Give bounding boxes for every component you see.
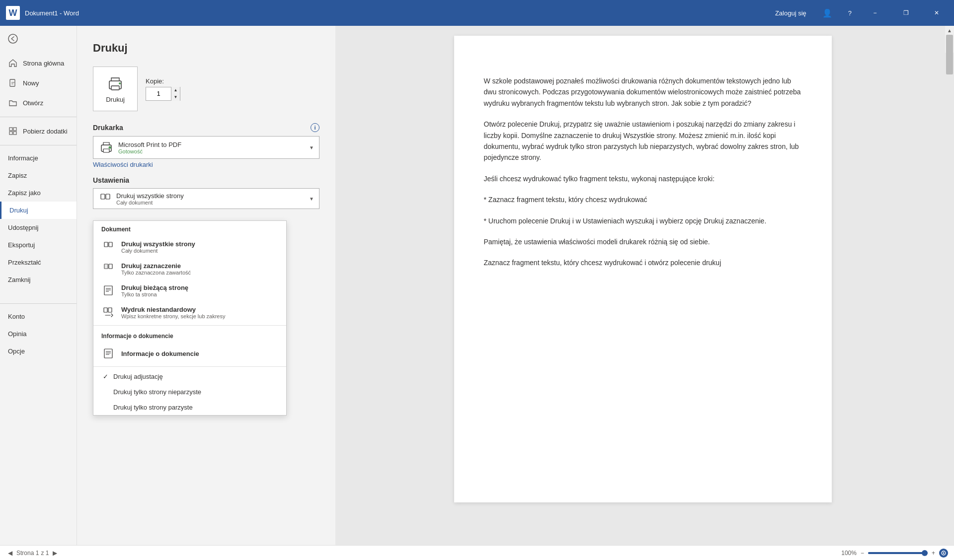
login-button[interactable]: Zaloguj się (771, 7, 810, 19)
back-button[interactable] (0, 26, 77, 53)
svg-point-12 (109, 146, 111, 149)
sidebar-item-informacje[interactable]: Informacje (0, 149, 77, 167)
sidebar-item-opcje[interactable]: Opcje (0, 343, 77, 360)
sidebar: Strona główna Nowy Otwórz (0, 26, 77, 545)
preview-scroll-area[interactable]: W szkole podstawowej poznałeś możliwości… (335, 26, 945, 512)
printer-section-label: Drukarka i (93, 123, 319, 132)
copies-up-arrow[interactable]: ▲ (171, 87, 180, 94)
sidebar-label-opcje: Opcje (8, 348, 25, 355)
dropdown-simple-adjustacje[interactable]: ✓ Drukuj adjustację (93, 369, 286, 384)
doc-paragraph-6: Zaznacz fragment tekstu, który chcesz wy… (484, 257, 802, 268)
sidebar-nav: Strona główna Nowy Otwórz (0, 53, 77, 299)
copies-down-arrow[interactable]: ▼ (171, 94, 180, 101)
printer-properties-link[interactable]: Właściwości drukarki (93, 161, 153, 168)
svg-rect-2 (9, 128, 12, 131)
dropdown-item-icon-custom (101, 305, 115, 319)
sidebar-label-zapisz-jako: Zapisz jako (8, 189, 41, 197)
dropdown-item-info-all: Drukuj wszystkie strony Cały dokument (121, 240, 278, 254)
zoom-slider[interactable] (868, 552, 928, 554)
dropdown-simple-nieparzyste[interactable]: Drukuj tylko strony nieparzyste (93, 384, 286, 400)
scroll-up-arrow[interactable]: ▲ (945, 26, 954, 35)
dropdown-item-drukuj-biezaca[interactable]: Drukuj bieżącą stronę Tylko ta strona (93, 280, 286, 301)
svg-rect-16 (109, 242, 112, 247)
svg-point-9 (119, 83, 120, 84)
dropdown-scrollable: Dokument Drukuj wszystkie strony Cały do… (93, 221, 286, 415)
sidebar-label-drukuj: Drukuj (9, 207, 28, 214)
sidebar-item-zapisz-jako[interactable]: Zapisz jako (0, 184, 77, 202)
grid-icon (8, 126, 18, 136)
dropdown-item-title-sel: Drukuj zaznaczenie (121, 262, 278, 270)
settings-select-sub: Cały dokument (116, 200, 305, 206)
dropdown-item-title-cur: Drukuj bieżącą stronę (121, 284, 278, 291)
sidebar-item-opinia[interactable]: Opinia (0, 325, 77, 343)
sidebar-item-zamknij[interactable]: Zamknij (0, 271, 77, 288)
page-prev-button[interactable]: ◀ (6, 549, 14, 558)
dropdown-item-info-cur: Drukuj bieżącą stronę Tylko ta strona (121, 284, 278, 297)
dropdown-item-drukuj-zaznaczenie[interactable]: Drukuj zaznaczenie Tylko zaznaczona zawa… (93, 258, 286, 280)
bottom-bar: ◀ Strona 1 z 1 ▶ 100% − + (0, 545, 954, 560)
settings-select[interactable]: Drukuj wszystkie strony Cały dokument ▼ (93, 188, 319, 209)
print-button-label: Drukuj (106, 96, 125, 103)
doc-paragraph-4: * Uruchom polecenie Drukuj i w Ustawieni… (484, 215, 802, 226)
copies-input-wrap: ▲ ▼ (146, 87, 180, 101)
sidebar-label-informacje: Informacje (8, 154, 38, 162)
svg-rect-11 (103, 149, 109, 152)
titlebar: W Dokument1 - Word Zaloguj się 👤 ? − ❐ ✕ (0, 0, 954, 26)
svg-rect-19 (109, 264, 112, 269)
printer-select[interactable]: Microsoft Print to PDF Gotowość ▼ (93, 136, 319, 159)
close-button[interactable]: ✕ (925, 5, 948, 21)
info-icon[interactable]: i (311, 123, 319, 132)
svg-rect-15 (104, 242, 108, 247)
sidebar-item-zapisz[interactable]: Zapisz (0, 167, 77, 184)
printer-status: Gotowość (118, 148, 305, 154)
svg-rect-7 (111, 86, 119, 90)
sidebar-item-udostepnij[interactable]: Udostępnij (0, 219, 77, 236)
svg-rect-23 (104, 349, 112, 358)
copies-input[interactable] (146, 90, 171, 97)
help-button[interactable]: ? (844, 7, 856, 19)
zoom-minus-button[interactable]: − (861, 550, 864, 557)
zoom-plus-button[interactable]: + (932, 550, 935, 557)
sidebar-item-strona-glowna[interactable]: Strona główna (0, 53, 77, 73)
dropdown-item-info-doc[interactable]: Informacje o dokumencie (93, 343, 286, 364)
sidebar-item-przeksztalc[interactable]: Przekształć (0, 254, 77, 271)
printer-name: Microsoft Print to PDF (118, 141, 305, 148)
print-panel: Drukuj Drukuj Kopie: (77, 26, 335, 545)
sidebar-divider3 (0, 303, 77, 304)
dropdown-item-icon-cur (101, 283, 115, 297)
page-next-button[interactable]: ▶ (51, 549, 59, 558)
dropdown-label-parzyste: Drukuj tylko strony parzyste (113, 404, 193, 411)
dropdown-simple-parzyste[interactable]: Drukuj tylko strony parzyste (93, 400, 286, 415)
view-mode-button[interactable] (939, 549, 948, 558)
svg-rect-13 (101, 194, 105, 199)
dropdown-item-icon-all (101, 240, 115, 254)
svg-rect-20 (104, 286, 112, 295)
minimize-button[interactable]: − (864, 5, 886, 21)
svg-rect-5 (13, 132, 16, 135)
sidebar-item-konto[interactable]: Konto (0, 308, 77, 325)
sidebar-item-eksportuj[interactable]: Eksportuj (0, 236, 77, 254)
svg-rect-18 (104, 264, 108, 269)
page-number: Strona 1 (16, 550, 39, 557)
svg-rect-3 (13, 128, 16, 131)
printer-info: Microsoft Print to PDF Gotowość (118, 141, 305, 154)
doc-paragraph-1: Otwórz polecenie Drukuj, przypatrz się u… (484, 119, 802, 163)
dropdown-item-title-info-doc: Informacje o dokumencie (121, 350, 278, 357)
dropdown-item-wydruk-niestandardowy[interactable]: Wydruk niestandardowy Wpisz konkretne st… (93, 301, 286, 323)
print-button[interactable]: Drukuj (93, 67, 138, 111)
sidebar-label-zapisz: Zapisz (8, 172, 27, 179)
svg-rect-4 (9, 132, 12, 135)
restore-button[interactable]: ❐ (894, 5, 917, 21)
dropdown-item-drukuj-wszystkie[interactable]: Drukuj wszystkie strony Cały dokument (93, 236, 286, 258)
sidebar-label-pobierz-dodatki: Pobierz dodatki (23, 128, 68, 135)
user-icon[interactable]: 👤 (818, 6, 836, 20)
sidebar-item-nowy[interactable]: Nowy (0, 73, 77, 93)
dropdown-item-info-info-doc: Informacje o dokumencie (121, 350, 278, 357)
app-body: Strona główna Nowy Otwórz (0, 26, 954, 545)
folder-icon (8, 98, 18, 108)
sidebar-item-drukuj[interactable]: Drukuj (0, 202, 77, 219)
sidebar-item-pobierz-dodatki[interactable]: Pobierz dodatki (0, 121, 77, 141)
dropdown-item-info-sel: Drukuj zaznaczenie Tylko zaznaczona zawa… (121, 262, 278, 276)
sidebar-item-otworz[interactable]: Otwórz (0, 93, 77, 113)
sidebar-label-opinia: Opinia (8, 330, 27, 338)
